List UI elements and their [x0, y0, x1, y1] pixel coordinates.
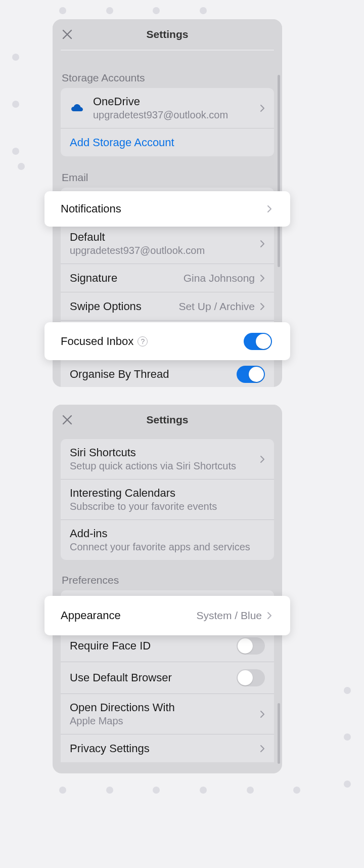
- section-header-email: Email: [53, 156, 282, 188]
- faceid-label: Require Face ID: [70, 639, 151, 653]
- calendars-title: Interesting Calendars: [70, 487, 265, 500]
- notifications-label: Notifications: [61, 202, 121, 215]
- chevron-right-icon: [260, 710, 265, 718]
- calendars-sub: Subscribe to your favorite events: [70, 501, 265, 512]
- decorative-dot: [153, 7, 160, 14]
- settings-panel-bottom: Settings Siri Shortcuts Setup quick acti…: [53, 405, 282, 773]
- swipe-row[interactable]: Swipe Options Set Up / Archive: [61, 292, 274, 320]
- directions-row[interactable]: Open Directions With Apple Maps: [61, 693, 274, 734]
- chevron-right-icon: [260, 274, 265, 282]
- onedrive-label: OneDrive: [93, 95, 260, 108]
- onedrive-email: upgradetest937@outlook.com: [93, 109, 260, 121]
- panel-header: Settings: [53, 405, 282, 435]
- decorative-dot: [106, 787, 113, 794]
- signature-label: Signature: [70, 272, 117, 285]
- addins-row[interactable]: Add-ins Connect your favorite apps and s…: [61, 519, 274, 560]
- chevron-right-icon: [260, 745, 265, 753]
- focused-label: Focused Inbox: [61, 335, 133, 348]
- chevron-right-icon: [260, 455, 265, 463]
- decorative-dot: [18, 163, 25, 170]
- decorative-dot: [200, 787, 207, 794]
- panel-title: Settings: [147, 414, 189, 426]
- swipe-label: Swipe Options: [70, 300, 142, 313]
- decorative-dot: [200, 7, 207, 14]
- siri-row[interactable]: Siri Shortcuts Setup quick actions via S…: [61, 439, 274, 479]
- decorative-dot: [106, 7, 113, 14]
- chevron-right-icon: [267, 612, 272, 620]
- organise-thread-row: Organise By Thread: [61, 358, 274, 387]
- add-storage-row[interactable]: Add Storage Account: [61, 128, 274, 156]
- focused-inbox-row: Focused Inbox ?: [44, 322, 290, 360]
- appearance-label: Appearance: [61, 609, 121, 622]
- chevron-right-icon: [260, 302, 265, 311]
- default-value: upgradetest937@outlook.com: [70, 245, 260, 256]
- organise-label: Organise By Thread: [70, 368, 169, 381]
- panel-title: Settings: [147, 28, 189, 40]
- appearance-row[interactable]: Appearance System / Blue: [44, 596, 290, 635]
- privacy-row[interactable]: Privacy Settings: [61, 734, 274, 762]
- decorative-dot: [12, 101, 19, 108]
- close-icon[interactable]: [62, 414, 73, 425]
- decorative-dot: [344, 780, 351, 788]
- browser-label: Use Default Browser: [70, 671, 172, 684]
- signature-row[interactable]: Signature Gina Johnsong: [61, 264, 274, 292]
- section-header-storage: Storage Accounts: [53, 51, 282, 88]
- decorative-dot: [344, 733, 351, 741]
- siri-sub: Setup quick actions via Siri Shortcuts: [70, 460, 260, 472]
- scroll-indicator[interactable]: [278, 703, 280, 764]
- storage-card: OneDrive upgradetest937@outlook.com Add …: [61, 88, 274, 156]
- help-icon[interactable]: ?: [138, 336, 148, 346]
- directions-label: Open Directions With: [70, 701, 260, 714]
- appearance-value: System / Blue: [196, 610, 262, 622]
- organise-toggle[interactable]: [237, 366, 265, 383]
- directions-value: Apple Maps: [70, 715, 260, 727]
- default-label: Default: [70, 231, 260, 244]
- notifications-row[interactable]: Notifications: [44, 191, 290, 227]
- decorative-dot: [12, 148, 19, 155]
- swipe-value: Set Up / Archive: [178, 300, 255, 313]
- decorative-dot: [344, 687, 351, 694]
- signature-value: Gina Johnsong: [184, 272, 255, 284]
- siri-title: Siri Shortcuts: [70, 446, 260, 459]
- integrations-card: Siri Shortcuts Setup quick actions via S…: [61, 439, 274, 560]
- default-row[interactable]: Default upgradetest937@outlook.com: [61, 223, 274, 264]
- onedrive-icon: [70, 103, 85, 114]
- scroll-indicator[interactable]: [278, 75, 280, 267]
- decorative-dot: [293, 787, 300, 794]
- faceid-toggle[interactable]: [237, 637, 265, 655]
- focused-toggle[interactable]: [244, 333, 272, 350]
- browser-row: Use Default Browser: [61, 662, 274, 693]
- browser-toggle[interactable]: [237, 669, 265, 686]
- chevron-right-icon: [267, 205, 272, 213]
- decorative-dot: [59, 7, 66, 14]
- chevron-right-icon: [260, 104, 265, 112]
- section-header-prefs: Preferences: [53, 560, 282, 590]
- addins-title: Add-ins: [70, 527, 265, 540]
- decorative-dot: [59, 787, 66, 794]
- decorative-dot: [247, 787, 254, 794]
- panel-header: Settings: [53, 19, 282, 50]
- storage-onedrive-row[interactable]: OneDrive upgradetest937@outlook.com: [61, 88, 274, 128]
- privacy-label: Privacy Settings: [70, 742, 150, 755]
- chevron-right-icon: [260, 240, 265, 248]
- add-storage-label: Add Storage Account: [70, 136, 174, 149]
- calendars-row[interactable]: Interesting Calendars Subscribe to your …: [61, 479, 274, 519]
- addins-sub: Connect your favorite apps and services: [70, 541, 265, 553]
- close-icon[interactable]: [62, 29, 73, 40]
- decorative-dot: [12, 54, 19, 61]
- decorative-dot: [153, 787, 160, 794]
